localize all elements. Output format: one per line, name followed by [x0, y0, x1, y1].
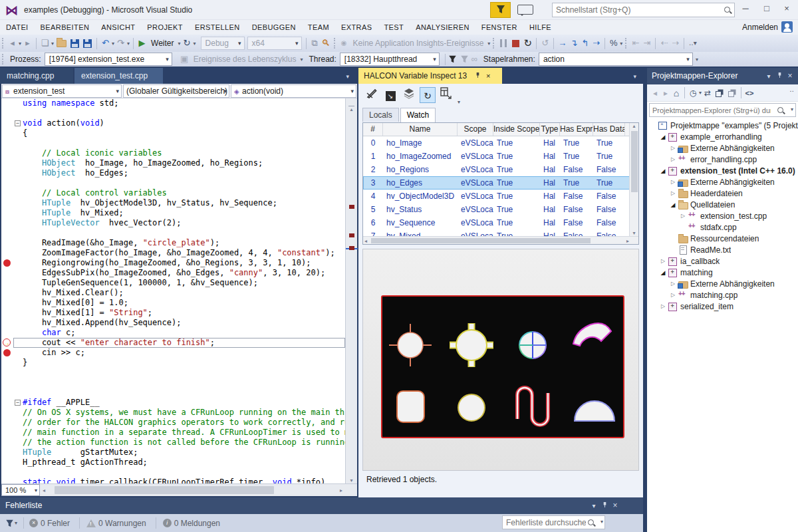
breakpoint-gutter[interactable] — [1, 368, 13, 378]
tree-item[interactable]: ReadMe.txt — [647, 244, 798, 255]
breakpoint-gutter[interactable] — [1, 98, 13, 108]
breakpoint-gutter[interactable] — [1, 438, 13, 448]
code-line[interactable] — [1, 178, 345, 188]
pen-tool-icon[interactable] — [364, 87, 380, 103]
process-combo[interactable]: [19764] extension_test.exe — [45, 53, 172, 66]
code-line[interactable]: char c; — [1, 328, 345, 338]
code-line[interactable]: } — [1, 358, 345, 368]
code-text[interactable]: cout << "enter character to finish"; — [23, 338, 215, 348]
nav-member-combo[interactable]: ◈action(void) — [231, 84, 356, 98]
breakpoint-gutter[interactable] — [1, 178, 13, 188]
code-line[interactable] — [1, 108, 345, 118]
attach-process-icon[interactable]: ⧉ — [309, 37, 321, 50]
decrease-indent-icon[interactable]: ⇠ — [658, 37, 670, 50]
debug-target-dropdown[interactable]: ▾ — [620, 41, 622, 47]
menu-item-erstellen[interactable]: ERSTELLEN — [189, 21, 246, 34]
code-line[interactable] — [1, 368, 345, 378]
code-line[interactable]: −void action(void) — [1, 118, 345, 128]
error-list-search-box[interactable]: ▾ — [502, 515, 605, 529]
expander-collapsed-icon[interactable]: ▷ — [668, 156, 678, 162]
menu-item-datei[interactable]: DATEI — [0, 21, 35, 34]
tree-item[interactable]: ▷matching.cpp — [647, 289, 798, 301]
lifecycle-events-label[interactable]: Ereignisse des Lebenszyklus — [194, 55, 297, 64]
quick-launch-input[interactable] — [556, 4, 718, 16]
toolbar-overflow[interactable]: ‥▾ — [687, 37, 698, 50]
breakpoint-gutter[interactable] — [1, 258, 13, 268]
step-over-icon[interactable]: ↴ — [568, 37, 579, 50]
code-line[interactable]: HTuple hv_ObjectModel3D, hv_Status, hv_S… — [1, 198, 345, 208]
filter-dropdown[interactable]: ▾ — [15, 520, 17, 526]
application-insights-label[interactable]: Keine Application Insights-Ereignisse — [353, 39, 484, 48]
fold-margin[interactable]: − — [13, 118, 23, 128]
code-text[interactable]: Regiongrowing(ho_ImageZoomed, &ho_Region… — [23, 258, 311, 268]
table-row[interactable]: 5hv_StatuseVSLocalTrueHalFalseFalse — [363, 203, 638, 216]
breakpoint-gutter[interactable] — [1, 318, 13, 328]
tab-watch[interactable]: Watch — [400, 108, 436, 122]
forward-icon[interactable]: ▸ — [660, 88, 671, 98]
breakpoint-gutter[interactable] — [1, 418, 13, 428]
code-line[interactable]: → cout << "enter character to finish"; — [1, 338, 345, 348]
breakpoint-settings-icon[interactable]: % — [608, 37, 619, 50]
expander-expanded-icon[interactable]: ◢ — [658, 168, 668, 174]
code-line[interactable]: hv_Mixed[0] = 1.0; — [1, 298, 345, 308]
tree-item[interactable]: ▷Externe Abhängigkeiten — [647, 278, 798, 289]
preview-selected-items-icon[interactable] — [716, 91, 722, 97]
code-text[interactable]: hv_Mixed[0] = 1.0; — [23, 298, 128, 308]
code-line[interactable]: HTuple hv_Mixed; — [1, 208, 345, 218]
code-text[interactable]: HTuple hv_Mixed; — [23, 208, 124, 218]
sign-in-link[interactable]: Anmelden — [742, 23, 778, 32]
code-line[interactable]: // Local iconic variables — [1, 148, 345, 158]
save-icon[interactable] — [70, 39, 79, 48]
code-line[interactable]: { — [1, 128, 345, 138]
scroll-left-icon[interactable]: ◂ — [364, 238, 367, 244]
code-text[interactable]: HTupleVector hvec_Vector(2); — [23, 218, 181, 228]
undo-dropdown[interactable]: ▾ — [112, 41, 114, 47]
expander-collapsed-icon[interactable]: ▷ — [668, 292, 678, 298]
toolbar-grip[interactable] — [2, 38, 5, 49]
pin-icon[interactable] — [475, 72, 481, 78]
tree-item[interactable]: ▷extension_test.cpp — [647, 210, 798, 221]
expander-collapsed-icon[interactable]: ▷ — [678, 213, 688, 219]
stackframe-combo[interactable]: action — [539, 53, 693, 66]
new-window-icon[interactable]: ❏ — [39, 37, 51, 50]
stop-debugging-icon[interactable] — [512, 40, 519, 47]
menu-item-hilfe[interactable]: HILFE — [523, 21, 557, 34]
breakpoint-gutter[interactable] — [1, 428, 13, 438]
navigate-back-dropdown[interactable]: ▾ — [19, 41, 21, 47]
code-text[interactable]: // Local control variables — [23, 188, 167, 198]
table-row[interactable]: 0ho_ImageeVSLocalTrueHalTrueTrue — [363, 136, 638, 150]
editor-zoom-combo[interactable]: 100 % — [1, 484, 40, 496]
code-text[interactable]: ZoomImageFactor(ho_Image, &ho_ImageZoome… — [23, 248, 335, 258]
tree-item[interactable]: ▷Externe Abhängigkeiten — [647, 176, 798, 188]
code-text[interactable]: // main function in a separate thread. A… — [23, 428, 345, 438]
breakpoint-gutter[interactable] — [1, 268, 13, 278]
tree-item[interactable]: ▷Headerdateien — [647, 188, 798, 199]
expander-expanded-icon[interactable]: ◢ — [658, 134, 668, 140]
breakpoint-gutter[interactable] — [1, 348, 13, 358]
column-header-insidescope[interactable]: Inside Scope — [493, 123, 540, 136]
toolbar-grip[interactable] — [625, 38, 628, 49]
pause-icon[interactable] — [500, 39, 507, 47]
lifecycle-dropdown[interactable]: ▾ — [300, 57, 303, 63]
user-avatar-icon[interactable] — [781, 21, 793, 33]
restart-debugging-icon[interactable]: ↻ — [522, 37, 533, 50]
scroll-down-icon[interactable]: ▾ — [346, 477, 357, 483]
scrollbar-thumb[interactable] — [371, 238, 591, 243]
code-text[interactable]: hv_Mixed[1] = "String"; — [23, 308, 152, 318]
column-header-type[interactable]: Type — [540, 123, 560, 136]
breakpoint-gutter[interactable] — [1, 228, 13, 238]
toolbar-grip[interactable] — [334, 38, 336, 49]
redo-dropdown[interactable]: ▾ — [127, 41, 130, 47]
scroll-up-icon[interactable]: ▴ — [630, 123, 638, 129]
tree-item[interactable]: ◢example_errorhandling — [647, 131, 798, 142]
code-line[interactable]: hv_Mixed[1] = "String"; — [1, 308, 345, 318]
code-line[interactable]: HTuple gStartMutex; — [1, 448, 345, 458]
code-text[interactable]: // Local iconic variables — [23, 148, 162, 158]
find-in-files-icon[interactable]: 🔍︎ — [321, 37, 332, 50]
code-line[interactable] — [1, 467, 345, 477]
suspend-threads-icon[interactable]: ∞ — [469, 53, 480, 66]
filter-dropdown[interactable]: ▾ — [699, 90, 702, 96]
code-text[interactable]: void action(void) — [23, 118, 104, 128]
scrollbar-thumb[interactable] — [55, 486, 274, 494]
menu-item-projekt[interactable]: PROJEKT — [141, 21, 189, 34]
